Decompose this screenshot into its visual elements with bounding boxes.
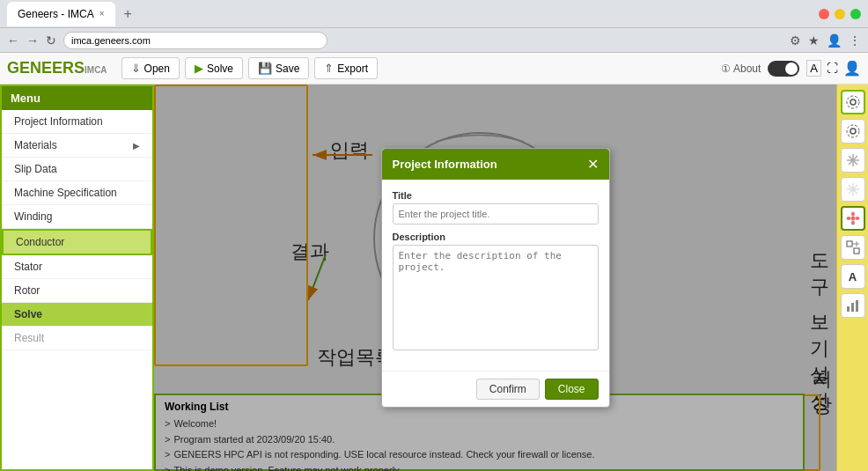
theme-toggle[interactable] <box>768 61 799 77</box>
sidebar-item-stator[interactable]: Stator <box>2 255 152 279</box>
menu-icon[interactable]: ⋮ <box>849 33 861 48</box>
save-icon: 💾 <box>258 62 272 75</box>
solve-icon: ▶ <box>195 62 203 75</box>
solve-button[interactable]: ▶ Solve <box>185 57 243 79</box>
toolbar-right-icons: A ⛶ 👤 <box>806 60 861 77</box>
fullscreen-icon[interactable]: ⛶ <box>827 62 838 75</box>
chart-icon <box>845 298 861 313</box>
sidebar-item-solve[interactable]: Solve <box>2 303 152 327</box>
sidebar-item-rotor[interactable]: Rotor <box>2 279 152 303</box>
desc-textarea[interactable] <box>393 245 599 350</box>
right-panel-btn-4[interactable] <box>841 177 865 202</box>
right-panel-btn-5[interactable] <box>841 206 865 231</box>
sidebar-item-materials[interactable]: Materials ▶ <box>2 134 152 158</box>
title-label: Title <box>393 190 599 201</box>
save-button[interactable]: 💾 Save <box>248 57 309 79</box>
right-panel-btn-6[interactable] <box>841 235 865 260</box>
desc-label: Description <box>393 232 599 242</box>
address-input[interactable] <box>63 32 327 49</box>
right-panel-btn-2[interactable] <box>841 119 865 144</box>
materials-arrow: ▶ <box>133 141 140 151</box>
forward-btn[interactable]: → <box>26 33 39 48</box>
svg-point-20 <box>850 99 856 105</box>
svg-point-23 <box>847 125 859 137</box>
sidebar-item-conductor[interactable]: Conductor <box>2 229 152 255</box>
address-bar: ← → ↻ ⚙ ★ 👤 ⋮ <box>0 28 868 53</box>
svg-point-36 <box>855 217 859 220</box>
svg-point-21 <box>847 96 859 108</box>
new-tab-btn[interactable]: + <box>124 6 132 22</box>
back-btn[interactable]: ← <box>7 33 19 48</box>
svg-rect-43 <box>856 300 858 312</box>
dialog-footer: Confirm Close <box>382 371 609 407</box>
right-panel-btn-1[interactable] <box>841 90 865 114</box>
browser-chrome: Geneers - IMCA × + <box>0 0 868 28</box>
user-icon[interactable]: 👤 <box>843 60 861 77</box>
star-icon[interactable]: ★ <box>808 33 820 48</box>
gear-icon-1 <box>845 94 861 110</box>
svg-point-22 <box>850 129 856 134</box>
app-logo: GENEERSIMCA <box>7 59 107 77</box>
export-icon: ⇑ <box>324 62 334 75</box>
export-button[interactable]: ⇑ Export <box>314 57 378 79</box>
expand-icon <box>845 239 861 255</box>
right-panel-btn-7[interactable]: A <box>841 264 865 289</box>
about-button[interactable]: ① About <box>721 63 761 75</box>
sidebar-item-result[interactable]: Result <box>2 327 152 350</box>
tab-title: Geneers - IMCA <box>18 8 94 20</box>
dialog-close-icon[interactable]: ✕ <box>587 156 599 173</box>
svg-point-34 <box>851 221 855 225</box>
confirm-button[interactable]: Confirm <box>476 379 540 400</box>
font-icon[interactable]: A <box>806 60 821 77</box>
sidebar-item-project-information[interactable]: Project Information <box>2 110 152 134</box>
svg-point-33 <box>851 212 855 217</box>
dialog-overlay: Project Information ✕ Title Description … <box>154 85 836 471</box>
extensions-icon[interactable]: ⚙ <box>790 33 801 48</box>
win-close-btn[interactable] <box>819 9 829 19</box>
svg-rect-37 <box>847 241 852 247</box>
asterisk-icon-2 <box>845 181 861 197</box>
sidebar-header: Menu <box>2 86 152 110</box>
dialog-title: Project Information <box>393 158 497 171</box>
dialog-header: Project Information ✕ <box>382 149 609 180</box>
content-area: 입력 도구 보기 설정 저장 결과 작업목록 <box>154 85 836 471</box>
browser-icons: ⚙ ★ 👤 ⋮ <box>790 33 861 48</box>
project-info-dialog: Project Information ✕ Title Description … <box>381 148 610 408</box>
win-max-btn[interactable] <box>850 9 861 19</box>
refresh-btn[interactable]: ↻ <box>46 33 56 48</box>
svg-rect-41 <box>847 306 850 312</box>
svg-rect-42 <box>851 303 854 312</box>
svg-point-32 <box>850 217 855 221</box>
svg-point-35 <box>846 217 850 220</box>
right-panel-btn-8[interactable] <box>841 293 865 318</box>
right-panel-btn-3[interactable] <box>841 148 865 173</box>
right-panel: A <box>836 85 868 471</box>
open-icon: ⇓ <box>131 62 141 75</box>
flower-icon <box>845 210 861 226</box>
window-controls <box>819 9 861 19</box>
text-a-icon: A <box>849 270 857 283</box>
sidebar-item-slip-data[interactable]: Slip Data <box>2 158 152 181</box>
tab-close-btn[interactable]: × <box>99 9 105 18</box>
title-input[interactable] <box>393 203 599 224</box>
svg-rect-38 <box>854 248 859 254</box>
close-button[interactable]: Close <box>545 379 599 400</box>
profile-icon[interactable]: 👤 <box>827 33 842 48</box>
gear-icon-2 <box>845 123 861 139</box>
browser-tab[interactable]: Geneers - IMCA × <box>7 2 115 26</box>
open-button[interactable]: ⇓ Open <box>121 57 180 79</box>
sidebar: Menu Project Information Materials ▶ Sli… <box>0 85 154 471</box>
main-layout: Menu Project Information Materials ▶ Sli… <box>0 85 868 471</box>
app-toolbar: GENEERSIMCA ⇓ Open ▶ Solve 💾 Save ⇑ Expo… <box>0 53 868 85</box>
sidebar-item-machine-specification[interactable]: Machine Specification <box>2 181 152 205</box>
win-min-btn[interactable] <box>835 9 845 19</box>
dialog-body: Title Description <box>382 180 609 371</box>
sidebar-item-winding[interactable]: Winding <box>2 205 152 229</box>
asterisk-icon <box>845 152 861 168</box>
